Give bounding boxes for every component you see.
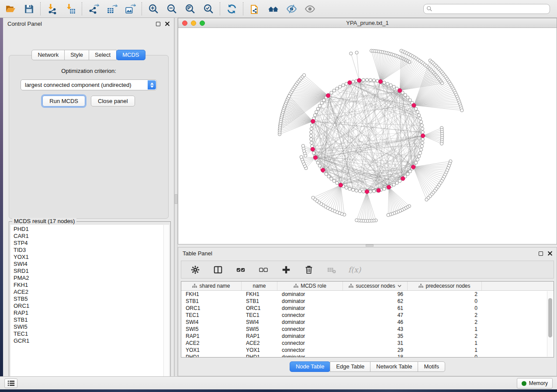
leaf-node[interactable] bbox=[440, 142, 443, 145]
tab-edge-table[interactable]: Edge Table bbox=[330, 361, 370, 372]
ring-node[interactable] bbox=[392, 183, 395, 186]
column-header[interactable]: shared name bbox=[181, 282, 242, 290]
save-session-button[interactable] bbox=[23, 3, 35, 15]
search-input[interactable] bbox=[423, 4, 550, 14]
column-header[interactable]: predecessor nodes bbox=[408, 282, 482, 290]
leaf-node[interactable] bbox=[387, 213, 390, 217]
list-item[interactable]: SWI4 bbox=[14, 261, 163, 268]
list-item[interactable]: RAP1 bbox=[14, 309, 163, 316]
table-row[interactable]: ORC1ORC1dominator610 bbox=[181, 305, 554, 312]
table-row[interactable]: ACE2ACE2connector311 bbox=[181, 340, 554, 347]
mcds-hub-node[interactable] bbox=[421, 134, 425, 138]
splitter-handle[interactable] bbox=[175, 194, 177, 204]
zoom-fit-button[interactable] bbox=[184, 3, 196, 15]
list-item[interactable]: STB5 bbox=[14, 296, 163, 303]
tab-select[interactable]: Select bbox=[89, 50, 117, 60]
ring-node[interactable] bbox=[310, 127, 313, 130]
ring-node[interactable] bbox=[310, 141, 313, 144]
zoom-selected-button[interactable] bbox=[202, 3, 214, 15]
ring-node[interactable] bbox=[339, 85, 342, 88]
ring-node[interactable] bbox=[320, 101, 323, 104]
homes-button[interactable] bbox=[267, 3, 279, 15]
mcds-result-list[interactable]: PHD1CAR1STP4TID3YOX1SWI4SRD1PMA2FKH1ACE2… bbox=[10, 225, 163, 382]
ring-node[interactable] bbox=[316, 107, 319, 110]
leaf-node[interactable] bbox=[300, 155, 303, 158]
ring-node[interactable] bbox=[372, 79, 375, 82]
ring-node[interactable] bbox=[311, 124, 314, 127]
mcds-hub-node[interactable] bbox=[314, 155, 318, 159]
ring-node[interactable] bbox=[310, 138, 313, 141]
mcds-hub-node[interactable] bbox=[321, 168, 325, 172]
create-column-button[interactable] bbox=[280, 264, 292, 276]
ring-node[interactable] bbox=[419, 120, 422, 124]
mcds-hub-node[interactable] bbox=[377, 189, 381, 193]
task-history-button[interactable] bbox=[4, 378, 17, 388]
leaf-node[interactable] bbox=[349, 52, 353, 55]
ring-node[interactable] bbox=[419, 117, 422, 120]
column-header[interactable]: successor nodes bbox=[343, 282, 408, 290]
mcds-hub-node[interactable] bbox=[401, 176, 405, 180]
ring-node[interactable] bbox=[421, 138, 424, 141]
ring-node[interactable] bbox=[342, 84, 345, 87]
ring-node[interactable] bbox=[415, 107, 418, 110]
list-item[interactable]: TID3 bbox=[14, 247, 163, 254]
leaf-node[interactable] bbox=[287, 95, 291, 98]
close-panel-icon[interactable] bbox=[547, 251, 552, 256]
ring-node[interactable] bbox=[420, 144, 423, 148]
list-item[interactable]: TEC1 bbox=[14, 330, 163, 337]
table-row[interactable]: RAP1RAP1dominator352 bbox=[181, 333, 554, 340]
leaf-node[interactable] bbox=[440, 82, 443, 85]
table-scrollbar[interactable] bbox=[547, 291, 553, 357]
ring-node[interactable] bbox=[358, 189, 361, 193]
delete-table-button[interactable] bbox=[325, 264, 338, 276]
ring-node[interactable] bbox=[421, 141, 424, 144]
list-item[interactable]: PMA2 bbox=[14, 275, 163, 282]
ring-node[interactable] bbox=[362, 79, 365, 82]
mcds-hub-node[interactable] bbox=[311, 119, 315, 123]
share-document-button[interactable] bbox=[249, 3, 261, 15]
ring-node[interactable] bbox=[312, 151, 315, 155]
ring-node[interactable] bbox=[352, 80, 355, 83]
mcds-hub-node[interactable] bbox=[398, 89, 402, 93]
ring-node[interactable] bbox=[383, 81, 386, 84]
open-session-button[interactable] bbox=[4, 3, 17, 15]
ring-node[interactable] bbox=[417, 155, 420, 158]
leaf-node[interactable] bbox=[355, 51, 358, 54]
table-settings-button[interactable] bbox=[189, 264, 201, 276]
table-row[interactable]: FKH1FKH1dominator962 bbox=[181, 291, 554, 298]
leaf-node[interactable] bbox=[301, 144, 304, 148]
leaf-node[interactable] bbox=[425, 198, 428, 201]
ring-node[interactable] bbox=[322, 99, 325, 102]
zoom-out-button[interactable] bbox=[166, 3, 178, 15]
export-network-button[interactable] bbox=[87, 3, 100, 15]
tab-style[interactable]: Style bbox=[64, 50, 89, 60]
list-item[interactable]: YOX1 bbox=[14, 254, 163, 261]
ring-node[interactable] bbox=[336, 181, 339, 184]
list-item[interactable]: ORC1 bbox=[14, 303, 163, 309]
tab-network-table[interactable]: Network Table bbox=[370, 361, 418, 372]
ring-node[interactable] bbox=[369, 79, 372, 82]
float-window-icon[interactable] bbox=[539, 251, 543, 256]
tab-node-table[interactable]: Node Table bbox=[290, 361, 331, 372]
ring-node[interactable] bbox=[386, 82, 389, 85]
ring-node[interactable] bbox=[421, 127, 424, 130]
mcds-hub-node[interactable] bbox=[311, 147, 315, 151]
ring-node[interactable] bbox=[332, 89, 336, 92]
ring-node[interactable] bbox=[408, 170, 412, 173]
ring-node[interactable] bbox=[309, 134, 312, 137]
ring-node[interactable] bbox=[389, 84, 392, 87]
table-row[interactable]: STB1STB1dominator620 bbox=[181, 298, 554, 305]
ring-node[interactable] bbox=[419, 151, 422, 155]
column-header[interactable]: MCDS role bbox=[277, 282, 343, 290]
ring-node[interactable] bbox=[352, 188, 355, 191]
mcds-hub-node[interactable] bbox=[348, 81, 352, 85]
splitter-handle[interactable] bbox=[366, 244, 374, 247]
table-row[interactable]: YOX1YOX1connector291 bbox=[181, 347, 554, 354]
ring-node[interactable] bbox=[315, 110, 318, 113]
tab-network[interactable]: Network bbox=[31, 50, 65, 60]
mcds-hub-node[interactable] bbox=[326, 93, 330, 97]
import-network-button[interactable] bbox=[46, 3, 58, 15]
ring-node[interactable] bbox=[310, 131, 313, 134]
show-columns-button[interactable] bbox=[212, 264, 224, 276]
list-item[interactable]: GCR1 bbox=[14, 337, 163, 344]
